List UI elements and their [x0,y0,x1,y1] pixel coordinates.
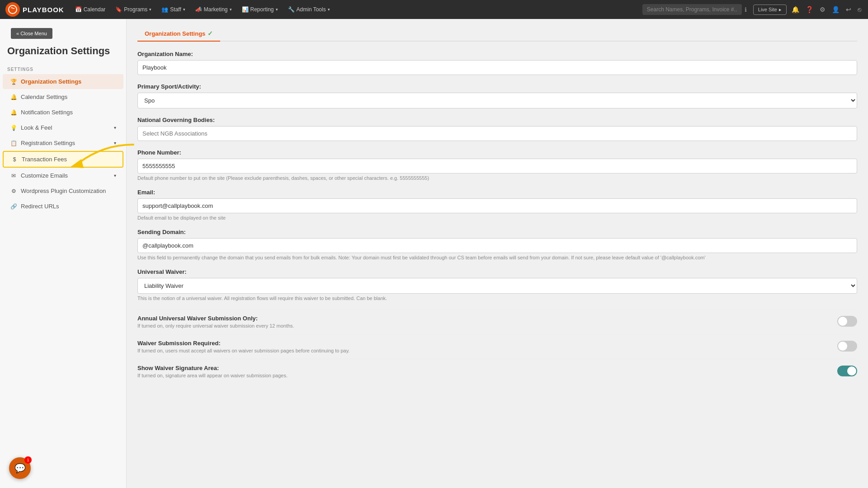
back-icon[interactable]: ↩ [844,5,853,14]
svg-point-0 [9,5,17,14]
calendar-icon: 📅 [75,6,82,13]
sidebar-page-title: Organization Settings [0,43,126,64]
show-waiver-info: Show Waiver Signature Area: If turned on… [137,365,830,378]
chat-badge: 1 [24,456,32,464]
annual-waiver-desc: If turned on, only require universal wai… [137,323,830,328]
notification-icon[interactable]: 🔔 [790,5,801,14]
content-tabs: Organization Settings ✓ [137,26,857,42]
show-waiver-title: Show Waiver Signature Area: [137,365,830,371]
user-profile-icon[interactable]: 👤 [830,5,841,14]
tab-organization-settings[interactable]: Organization Settings ✓ [137,26,220,42]
sending-domain-label: Sending Domain: [137,229,857,235]
email-section: Email: Default email to be displayed on … [137,189,857,221]
sidebar-item-wordpress[interactable]: ⚙ Wordpress Plugin Customization [3,183,123,198]
sidebar-item-transaction-fees[interactable]: $ Transaction Fees [3,151,123,168]
universal-waiver-select[interactable]: Liability Waiver [137,278,857,294]
sidebar-item-customize-emails[interactable]: ✉ Customize Emails ▾ [3,168,123,183]
org-name-input[interactable] [137,60,857,75]
primary-sport-label: Primary Sport/Activity: [137,83,857,90]
settings-icon[interactable]: ⚙ [818,5,827,14]
ngb-input[interactable] [137,126,857,141]
primary-sport-section: Primary Sport/Activity: Spo [137,83,857,108]
nav-calendar[interactable]: 📅 Calendar [71,5,109,14]
logo-text: PLAYBOOK [23,6,64,14]
chat-bubble[interactable]: 💬 1 [9,457,31,479]
sending-domain-hint: Use this field to permanently change the… [137,255,857,260]
waiver-required-row: Waiver Submission Required: If turned on… [137,334,857,359]
admin-tools-arrow: ▾ [328,7,330,12]
sidebar-item-notification-settings[interactable]: 🔔 Notification Settings [3,105,123,120]
universal-waiver-label: Universal Waiver: [137,268,857,275]
nav-reporting[interactable]: 📊 Reporting ▾ [238,5,282,14]
nav-admin-tools[interactable]: 🔧 Admin Tools ▾ [284,5,334,14]
top-navigation: PLAYBOOK 📅 Calendar 🔖 Programs ▾ 👥 Staff… [0,0,868,19]
primary-sport-select[interactable]: Spo [137,93,857,108]
registration-chevron-icon: ▾ [114,141,116,145]
nav-programs[interactable]: 🔖 Programs ▾ [112,5,155,14]
dollar-icon: $ [11,156,18,163]
annual-waiver-info: Annual Universal Waiver Submission Only:… [137,315,830,328]
logo-icon [5,2,20,17]
sending-domain-input[interactable] [137,238,857,253]
nav-staff[interactable]: 👥 Staff ▾ [158,5,189,14]
org-name-section: Organization Name: [137,51,857,75]
check-icon: ✓ [208,30,213,37]
emails-chevron-icon: ▾ [114,173,116,178]
registration-icon: 📋 [10,140,17,146]
staff-arrow: ▾ [183,7,185,12]
sidebar-item-calendar-settings[interactable]: 🔔 Calendar Settings [3,89,123,104]
trophy-icon: 🏆 [10,79,17,85]
search-help-icon: ℹ [745,6,747,13]
phone-input[interactable] [137,159,857,174]
live-site-button[interactable]: Live Site ▸ [753,5,787,15]
help-icon[interactable]: ❓ [804,5,815,14]
email-label: Email: [137,189,857,196]
show-waiver-toggle[interactable] [837,366,857,376]
chat-icon: 💬 [14,463,26,474]
waiver-required-toggle-thumb [838,342,847,351]
bell-icon: 🔔 [10,94,17,100]
ngb-section: National Governing Bodies: [137,117,857,141]
ngb-label: National Governing Bodies: [137,117,857,123]
phone-section: Phone Number: Default phone number to pu… [137,149,857,181]
phone-label: Phone Number: [137,149,857,156]
programs-icon: 🔖 [115,6,122,13]
email-input[interactable] [137,198,857,213]
marketing-arrow: ▾ [230,7,232,12]
sidebar: « Close Menu Organization Settings SETTI… [0,19,127,488]
sidebar-item-redirect-urls[interactable]: 🔗 Redirect URLs [3,199,123,214]
sidebar-item-registration-settings[interactable]: 📋 Registration Settings ▾ [3,136,123,150]
sidebar-item-organization-settings[interactable]: 🏆 Organization Settings [3,74,123,89]
email-icon: ✉ [10,173,17,179]
main-content: Organization Settings ✓ Organization Nam… [127,19,868,488]
live-site-arrow: ▸ [779,7,782,13]
show-waiver-desc: If turned on, signature area will appear… [137,373,830,378]
show-waiver-row: Show Waiver Signature Area: If turned on… [137,359,857,384]
waiver-required-desc: If turned on, users must accept all waiv… [137,348,830,353]
link-icon: 🔗 [10,203,17,210]
waiver-required-toggle[interactable] [837,341,857,352]
reporting-arrow: ▾ [276,7,278,12]
annual-waiver-toggle[interactable] [837,316,857,327]
annual-waiver-row: Annual Universal Waiver Submission Only:… [137,309,857,334]
show-waiver-toggle-thumb [847,366,856,375]
sidebar-item-look-and-feel[interactable]: 💡 Look & Feel ▾ [3,120,123,135]
look-icon: 💡 [10,125,17,131]
org-name-label: Organization Name: [137,51,857,57]
topnav-right: Live Site ▸ 🔔 ❓ ⚙ 👤 ↩ ⎋ [753,5,863,15]
programs-arrow: ▾ [149,7,151,12]
staff-icon: 👥 [161,6,168,13]
wordpress-icon: ⚙ [10,188,17,194]
universal-waiver-section: Universal Waiver: Liability Waiver This … [137,268,857,301]
close-menu-button[interactable]: « Close Menu [11,28,52,39]
annual-waiver-title: Annual Universal Waiver Submission Only: [137,315,830,322]
nav-marketing[interactable]: 📣 Marketing ▾ [192,5,236,14]
admin-tools-icon: 🔧 [288,6,295,13]
exit-icon[interactable]: ⎋ [856,5,863,14]
logo[interactable]: PLAYBOOK [5,2,64,17]
look-chevron-icon: ▾ [114,125,116,130]
search-input[interactable] [642,4,742,15]
waiver-required-info: Waiver Submission Required: If turned on… [137,340,830,353]
marketing-icon: 📣 [195,6,202,13]
settings-section-label: SETTINGS [0,64,126,74]
